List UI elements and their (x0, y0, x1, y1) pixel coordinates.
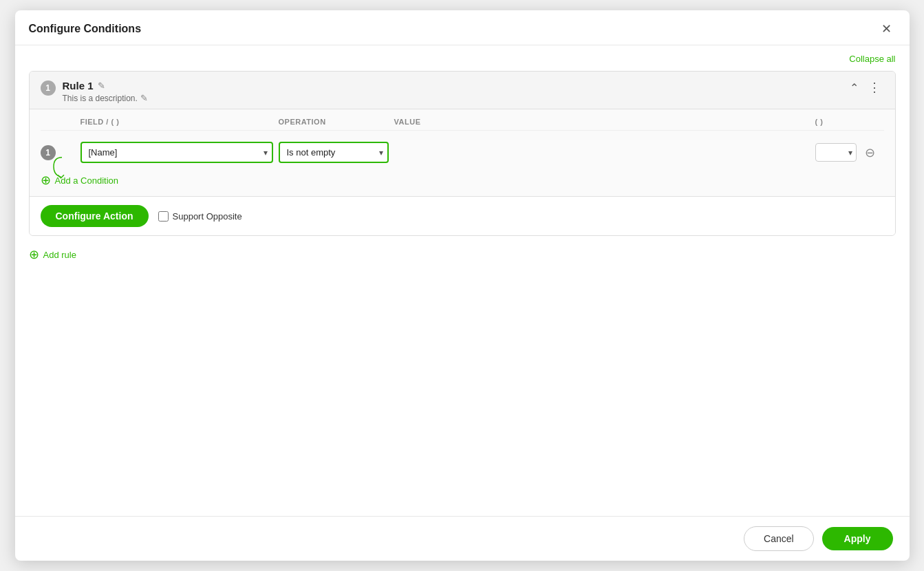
operation-select[interactable]: Is not empty Is empty Equals Not equals … (279, 142, 389, 163)
rule-badge: 1 (41, 80, 56, 96)
add-rule-label: Add rule (43, 250, 76, 260)
dialog-body: Collapse all 1 Rule 1 ✎ This is a descri… (15, 45, 910, 516)
close-button[interactable]: ✕ (877, 21, 896, 36)
value-column-header: Value (394, 118, 810, 126)
conditions-table-header: FIELD / ( ) Operation Value ( ) (41, 118, 884, 131)
rule-title: Rule 1 (63, 80, 94, 91)
grouping-col: AND OR ⊖ (815, 143, 884, 162)
rule-body: FIELD / ( ) Operation Value ( ) 1 [Name]… (30, 109, 895, 196)
collapse-all-link[interactable]: Collapse all (29, 54, 896, 64)
dialog-footer: Cancel Apply (15, 516, 910, 561)
remove-condition-button[interactable]: ⊖ (862, 145, 878, 160)
support-opposite-text: Support Opposite (173, 211, 242, 222)
add-condition-plus-icon: ⊕ (41, 173, 51, 188)
field-column-header: FIELD / ( ) (80, 118, 273, 126)
rule-description: This is a description. ✎ (63, 93, 148, 103)
support-opposite-checkbox[interactable] (158, 211, 169, 222)
collapse-rule-button[interactable]: ⌃ (847, 80, 861, 96)
operation-column-header: Operation (279, 118, 389, 126)
configure-conditions-dialog: Configure Conditions ✕ Collapse all 1 Ru… (15, 10, 910, 561)
rule-title-row: Rule 1 ✎ (63, 80, 148, 91)
rule-description-text: This is a description. (63, 94, 138, 103)
grouping-select-wrapper: AND OR (815, 143, 857, 162)
cancel-button[interactable]: Cancel (744, 526, 814, 551)
edit-description-icon[interactable]: ✎ (140, 93, 148, 103)
dialog-title: Configure Conditions (29, 23, 142, 35)
add-condition-label: Add a Condition (55, 175, 119, 186)
support-opposite-label[interactable]: Support Opposite (158, 211, 242, 222)
more-options-button[interactable]: ⋮ (866, 83, 884, 93)
condition-badge: 1 (41, 145, 56, 160)
rule-header-left: 1 Rule 1 ✎ This is a description. ✎ (41, 80, 148, 103)
add-rule-plus-icon: ⊕ (29, 247, 39, 262)
edit-title-icon[interactable]: ✎ (98, 80, 105, 91)
add-condition-link[interactable]: ⊕ Add a Condition (41, 173, 884, 188)
rule-footer: Configure Action Support Opposite (30, 196, 895, 235)
grouping-column-header: ( ) (815, 118, 884, 126)
operation-select-wrapper: Is not empty Is empty Equals Not equals … (279, 142, 389, 163)
add-rule-link[interactable]: ⊕ Add rule (29, 247, 896, 262)
apply-button[interactable]: Apply (822, 527, 893, 550)
grouping-select[interactable]: AND OR (815, 143, 857, 162)
configure-action-button[interactable]: Configure Action (41, 205, 149, 227)
rule-card: 1 Rule 1 ✎ This is a description. ✎ ⌃ (29, 71, 896, 236)
dialog-header: Configure Conditions ✕ (15, 10, 910, 45)
rule-title-block: Rule 1 ✎ This is a description. ✎ (63, 80, 148, 103)
field-select[interactable]: [Name] Email Phone Status (80, 142, 273, 163)
field-select-wrapper: [Name] Email Phone Status (80, 142, 273, 163)
condition-row: 1 [Name] Email Phone Status Is not (41, 138, 884, 167)
rule-header-right: ⌃ ⋮ (847, 80, 884, 96)
rule-header: 1 Rule 1 ✎ This is a description. ✎ ⌃ (30, 72, 895, 109)
